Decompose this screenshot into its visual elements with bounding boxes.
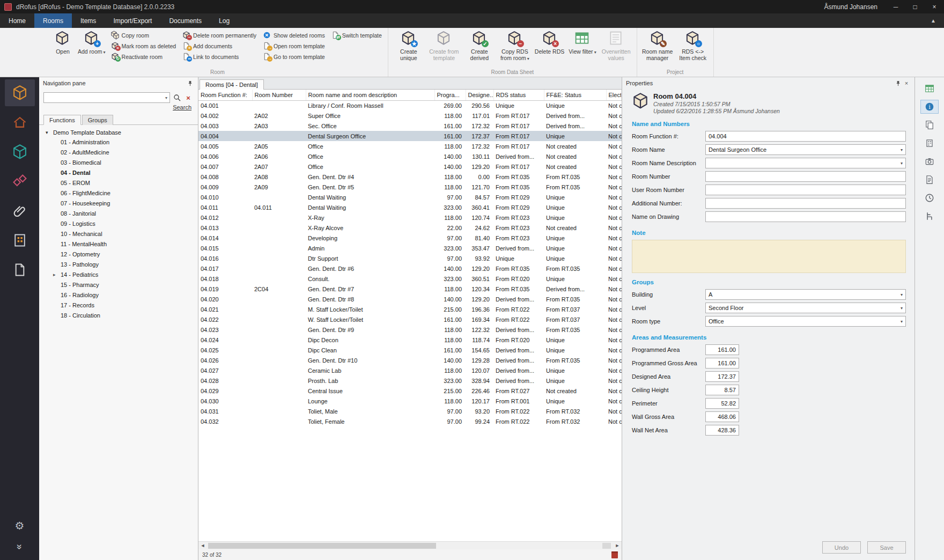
room-list-icon[interactable] <box>5 109 35 136</box>
buildings-icon[interactable] <box>5 227 35 254</box>
furniture-icon[interactable] <box>920 209 939 223</box>
field-additional-number[interactable] <box>705 198 906 209</box>
field-building[interactable]: A▾ <box>705 289 906 300</box>
info-icon[interactable]: i <box>920 100 939 114</box>
ribbon-link-to-documents-button[interactable]: ∞Link to documents <box>180 51 259 62</box>
tree-item-14-pediatrics[interactable]: ▸14 - Pediatrics <box>39 270 198 280</box>
legend-icon[interactable] <box>611 551 618 558</box>
ribbon-reactivate-room-button[interactable]: ↻Reactivate room <box>108 51 179 62</box>
ribbon-switch-template-button[interactable]: ⇄Switch template <box>329 30 385 40</box>
tree-item-10-mechanical[interactable]: 10 - Mechanical <box>39 229 198 239</box>
ribbon-create-from-template-button[interactable]: Create from template <box>427 29 461 61</box>
table-row[interactable]: 04.031Toliet, Male97.0093.20From RT.022F… <box>198 406 622 416</box>
table-row[interactable]: 04.013X-Ray Alcove22.0024.62From RT.023N… <box>198 223 622 233</box>
table-row[interactable]: 04.0072A07Office140.00129.20From RT.017N… <box>198 161 622 172</box>
field-wall-gross-area[interactable]: 468.06 <box>705 411 739 422</box>
table-row[interactable]: 04.01104.011Dental Waiting323.00360.41Fr… <box>198 202 622 212</box>
scroll-right-icon[interactable]: ► <box>613 543 622 548</box>
tab-import-export[interactable]: Import/Export <box>105 13 160 28</box>
datasheet-icon[interactable] <box>920 82 939 95</box>
ribbon-mark-room-as-deleted-button[interactable]: ×Mark room as deleted <box>108 41 179 51</box>
tab-rooms[interactable]: Rooms <box>34 13 72 28</box>
expand-icon[interactable]: » <box>5 537 35 556</box>
tab-log[interactable]: Log <box>210 13 238 28</box>
search-link[interactable]: Search <box>173 104 191 110</box>
tree-item-02-adultmedicine[interactable]: 02 - AdultMedicine <box>39 148 198 158</box>
table-row[interactable]: 04.027Ceramic Lab118.00120.07Derived fro… <box>198 365 622 375</box>
table-row[interactable]: 04.016Dtr Support97.0093.92UniqueUniqueN… <box>198 253 622 263</box>
ribbon-delete-rds-button[interactable]: ×Delete RDS <box>533 29 566 55</box>
ribbon-delete-room-permanently-button[interactable]: −Delete room permanently <box>180 30 259 40</box>
table-row[interactable]: 04.022W. Staff Locker/Toilet161.00169.34… <box>198 314 622 325</box>
field-ceiling-height[interactable]: 8.57 <box>705 385 739 395</box>
ribbon-open-button[interactable]: Open <box>50 29 75 55</box>
tree-item-01-administration[interactable]: 01 - Administration <box>39 137 198 148</box>
table-row[interactable]: 04.024Dipc Decon118.00118.74From RT.020U… <box>198 335 622 345</box>
ribbon-show-deleted-rooms-button[interactable]: Show deleted rooms <box>260 30 328 40</box>
close-panel-icon[interactable]: × <box>902 80 911 86</box>
rooms-document-tab[interactable]: Rooms [04 - Dental] <box>200 79 264 90</box>
table-row[interactable]: 04.030Lounge118.00120.17From RT.001Uniqu… <box>198 396 622 406</box>
close-button[interactable]: × <box>925 0 944 13</box>
ribbon-view-filter-button[interactable]: View filter▾ <box>567 29 598 56</box>
chevron-down-icon[interactable]: ▾ <box>901 148 903 152</box>
field-name-on-drawing[interactable] <box>705 211 906 222</box>
field-designed-area[interactable]: 172.37 <box>705 371 739 382</box>
items-icon[interactable] <box>5 138 35 165</box>
tree-item-06-flightmedicine[interactable]: 06 - FlightMedicine <box>39 188 198 198</box>
horizontal-scrollbar[interactable]: ◄ ► <box>198 541 622 549</box>
field-room-name-description[interactable]: ▾ <box>705 158 906 168</box>
building-icon[interactable] <box>920 136 939 150</box>
tree-item-15-pharmacy[interactable]: 15 - Pharmacy <box>39 280 198 290</box>
tree-item-07-housekeeping[interactable]: 07 - Housekeeping <box>39 198 198 209</box>
ribbon-copy-rds-from-room-button[interactable]: −Copy RDS from room▾ <box>498 29 532 62</box>
field-user-room-number[interactable] <box>705 185 906 195</box>
table-row[interactable]: 04.026Gen. Dent. Dtr #10140.00129.28Deri… <box>198 355 622 365</box>
ribbon-copy-room-button[interactable]: Copy room <box>108 30 179 40</box>
settings-gear-icon[interactable]: ⚙ <box>5 517 35 535</box>
rooms-icon[interactable] <box>5 79 35 106</box>
table-row[interactable]: 04.004Dental Surgeon Office161.00172.37F… <box>198 131 622 141</box>
ribbon-create-unique-button[interactable]: ★Create unique <box>392 29 426 61</box>
field-room-number[interactable] <box>705 171 906 182</box>
table-row[interactable]: 04.0192C04Gen. Dent. Dtr #7118.00120.34F… <box>198 284 622 294</box>
column-header-ff-e-status[interactable]: FF&E: Status <box>544 90 606 100</box>
minimize-button[interactable]: ─ <box>886 0 905 13</box>
note-field[interactable] <box>632 240 906 273</box>
ribbon-overwritten-values-button[interactable]: Overwritten values <box>599 29 633 61</box>
field-room-type[interactable]: Office▾ <box>705 316 906 327</box>
tree-item-12-optometry[interactable]: 12 - Optometry <box>39 249 198 260</box>
table-row[interactable]: 04.001Library / Conf. Room Hassell269.00… <box>198 100 622 110</box>
scrollbar-thumb[interactable] <box>208 543 436 549</box>
field-room-function[interactable]: 04.004 <box>705 131 906 142</box>
tree-item-17-records[interactable]: 17 - Records <box>39 300 198 311</box>
column-header-designe[interactable]: Designe... <box>466 90 493 100</box>
tree-item-16-radiology[interactable]: 16 - Radiology <box>39 290 198 300</box>
pages-icon[interactable] <box>920 173 939 187</box>
ribbon-room-name-manager-button[interactable]: ✎Room name manager <box>640 29 675 61</box>
tree-item-11-mentalhealth[interactable]: 11 - MentalHealth <box>39 239 198 249</box>
scroll-left-icon[interactable]: ◄ <box>198 543 207 548</box>
tree-item-09-logistics[interactable]: 09 - Logistics <box>39 219 198 229</box>
column-header-room-number[interactable]: Room Number <box>252 90 306 100</box>
collapse-ribbon-icon[interactable]: ▲ <box>923 13 944 28</box>
chevron-down-icon[interactable]: ▾ <box>901 292 903 297</box>
table-row[interactable]: 04.0022A02Super Office118.00117.01From R… <box>198 110 622 121</box>
nav-tab-functions[interactable]: Functions <box>43 115 81 125</box>
table-row[interactable]: 04.017Gen. Dent. Dtr #6140.00129.20From … <box>198 263 622 274</box>
column-header-progra[interactable]: Progra... <box>434 90 466 100</box>
ribbon-open-room-template-button[interactable]: →Open room template <box>260 41 328 51</box>
copy-icon[interactable] <box>920 118 939 132</box>
tree-item-04-dental[interactable]: 04 - Dental <box>39 168 198 178</box>
table-row[interactable]: 04.0032A03Sec. Office161.00172.32From RT… <box>198 121 622 131</box>
search-icon[interactable] <box>173 94 181 101</box>
table-row[interactable]: 04.0082A08Gen. Dent. Dtr #4118.000.00Fro… <box>198 172 622 182</box>
nav-tab-groups[interactable]: Groups <box>82 115 113 125</box>
chevron-down-icon[interactable]: ▾ <box>901 306 903 311</box>
camera-icon[interactable] <box>920 154 939 168</box>
field-programmed-area[interactable]: 161.00 <box>705 344 739 355</box>
tab-documents[interactable]: Documents <box>160 13 210 28</box>
field-room-name[interactable]: Dental Surgeon Office▾ <box>705 144 906 155</box>
tree-item-18-circulation[interactable]: 18 - Circulation <box>39 311 198 321</box>
field-programmed-gross-area[interactable]: 161.00 <box>705 358 739 369</box>
